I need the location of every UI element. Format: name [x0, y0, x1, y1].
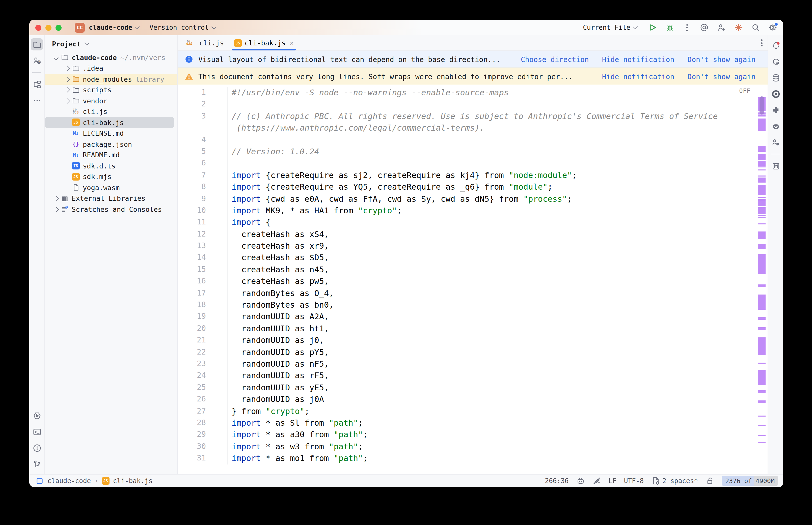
zoom-window-button[interactable]	[56, 25, 62, 31]
editor-scrollbar[interactable]	[758, 85, 766, 474]
tree-item--idea[interactable]: .idea	[45, 63, 177, 74]
tree-item-scratches-and-consoles[interactable]: Scratches and Consoles	[45, 204, 177, 214]
code-line-31[interactable]: 31import * as mo1 from "path";	[178, 452, 768, 464]
tool-notifications[interactable]	[770, 39, 782, 51]
indent-widget[interactable]: 2 spaces*	[651, 477, 698, 485]
chevron-right-icon[interactable]	[65, 88, 69, 92]
caret-position[interactable]: 266:36	[545, 477, 569, 485]
tree-item-yoga-wasm[interactable]: yoga.wasm	[45, 182, 177, 193]
close-window-button[interactable]	[35, 25, 41, 31]
project-panel-header[interactable]: Project	[45, 35, 177, 52]
tree-item-node-modules[interactable]: node_moduleslibrary	[45, 74, 177, 85]
code-line-17[interactable]: 17 randomBytes as O_4,	[178, 287, 768, 299]
tool-structure[interactable]	[31, 78, 43, 90]
tool-project[interactable]	[31, 38, 43, 50]
tool-problems[interactable]	[31, 442, 43, 454]
code-line-10[interactable]: 10import MK9, * as HA1 from "crypto";	[178, 205, 768, 216]
tool-code-review[interactable]	[770, 136, 782, 148]
code-line-24[interactable]: 24 randomUUID as rF5,	[178, 370, 768, 382]
tree-item-scripts[interactable]: scripts	[45, 85, 177, 95]
vcs-menu[interactable]: Version control	[149, 24, 215, 31]
code-line-1[interactable]: 1#!/usr/bin/env -S node --no-warnings --…	[178, 87, 768, 99]
tree-item-claude-code[interactable]: claude-code~/.nvm/vers	[45, 52, 177, 63]
lock-open-icon[interactable]	[706, 477, 714, 485]
code-line-4[interactable]: 4	[178, 134, 768, 146]
tool-pull-requests[interactable]: ?	[31, 55, 43, 66]
encoding-widget[interactable]: UTF-8	[624, 477, 644, 485]
tab-cli-js[interactable]: 100JS cli.js	[180, 35, 229, 50]
tool-x-plugin[interactable]	[770, 88, 782, 100]
tool-copilot[interactable]	[770, 120, 782, 132]
chevron-right-icon[interactable]	[54, 207, 58, 211]
tree-item-package-json[interactable]: {}package.json	[45, 139, 177, 150]
tool-m-plugin[interactable]	[770, 160, 782, 172]
tool-database[interactable]	[770, 72, 782, 84]
run-button[interactable]	[649, 23, 657, 32]
code-line-6[interactable]: 6	[178, 158, 768, 169]
code-with-me-button[interactable]	[717, 23, 726, 32]
close-tab-icon[interactable]: ×	[290, 39, 294, 47]
chevron-right-icon[interactable]	[65, 66, 69, 70]
code-line-27[interactable]: 27} from "crypto";	[178, 405, 768, 417]
dont-show-again-link[interactable]: Don't show again	[687, 72, 755, 80]
code-line-15[interactable]: 15 createHash as n45,	[178, 264, 768, 275]
code-line-19[interactable]: 19 randomUUID as A2A,	[178, 311, 768, 323]
minimize-window-button[interactable]	[45, 25, 51, 31]
tool-version-control[interactable]	[31, 458, 43, 470]
run-configuration-selector[interactable]: Current File	[583, 24, 636, 31]
code-line-16[interactable]: 16 createHash as pw5,	[178, 275, 768, 287]
tree-item-cli-js[interactable]: 100JScli.js	[45, 106, 177, 117]
tree-item-cli-bak-js[interactable]: JScli-bak.js	[45, 117, 177, 128]
tree-item-sdk-d-ts[interactable]: TSsdk.d.ts	[45, 160, 177, 171]
ai-assistant-button[interactable]	[734, 23, 743, 32]
chevron-right-icon[interactable]	[65, 77, 69, 81]
code-line-8[interactable]: 8import {createRequire as YQ5, createReq…	[178, 181, 768, 193]
code-line-wrap[interactable]: (https://www.anthropic.com/legal/commerc…	[178, 122, 768, 134]
code-line-2[interactable]: 2	[178, 99, 768, 110]
code-line-26[interactable]: 26 randomUUID as j0A	[178, 393, 768, 405]
code-line-13[interactable]: 13 createHash as xr9,	[178, 240, 768, 252]
code-line-20[interactable]: 20 randomUUID as ht1,	[178, 323, 768, 335]
code-line-11[interactable]: 11import {	[178, 216, 768, 228]
debug-button[interactable]	[666, 23, 674, 32]
tree-item-readme-md[interactable]: M↓README.md	[45, 150, 177, 160]
code-line-14[interactable]: 14 createHash as $D5,	[178, 252, 768, 264]
tree-item-external-libraries[interactable]: External Libraries	[45, 193, 177, 204]
tree-item-license-md[interactable]: M↓LICENSE.md	[45, 128, 177, 139]
more-actions-button[interactable]	[683, 23, 691, 32]
scrollbar-thumb[interactable]	[759, 96, 764, 115]
dont-show-again-link[interactable]: Don't show again	[687, 55, 755, 63]
code-line-25[interactable]: 25 randomUUID as yE5,	[178, 382, 768, 394]
hide-notification-link[interactable]: Hide notification	[602, 72, 675, 80]
hide-notification-link[interactable]: Hide notification	[602, 55, 675, 63]
code-line-29[interactable]: 29import * as a30 from "path";	[178, 429, 768, 441]
code-line-12[interactable]: 12 createHash as xS4,	[178, 228, 768, 240]
chevron-down-icon[interactable]	[54, 55, 58, 60]
tree-item-vendor[interactable]: vendor	[45, 95, 177, 106]
project-selector[interactable]: claude-code	[89, 24, 138, 31]
code-line-3[interactable]: 3// (c) Anthropic PBC. All rights reserv…	[178, 110, 768, 122]
breadcrumb-file[interactable]: cli-bak.js	[113, 477, 153, 485]
tab-options-icon[interactable]	[761, 39, 763, 46]
code-line-7[interactable]: 7import {createRequire as sj2, createReq…	[178, 169, 768, 181]
line-separator-widget[interactable]: LF	[609, 477, 617, 485]
tool-services[interactable]	[31, 409, 43, 422]
code-viewport[interactable]: 1#!/usr/bin/env -S node --no-warnings --…	[178, 85, 768, 474]
breadcrumb-project[interactable]: claude-code	[47, 477, 91, 485]
tab-cli-bak-js[interactable]: JS cli-bak.js ×	[229, 35, 299, 50]
chevron-right-icon[interactable]	[65, 98, 69, 103]
code-line-22[interactable]: 22 randomUUID as pY5,	[178, 346, 768, 358]
tool-ai-chat[interactable]	[770, 56, 782, 68]
tool-terminal[interactable]	[31, 426, 43, 438]
highlighting-off-icon[interactable]	[592, 477, 601, 485]
choose-direction-link[interactable]: Choose direction	[521, 55, 589, 63]
tree-item-sdk-mjs[interactable]: JSsdk.mjs	[45, 171, 177, 182]
settings-button[interactable]	[769, 23, 777, 32]
mentions-button[interactable]	[700, 23, 709, 32]
code-line-21[interactable]: 21 randomUUID as j0,	[178, 334, 768, 346]
code-line-9[interactable]: 9import {cwd as e0A, cwd as FfA, cwd as …	[178, 193, 768, 205]
tool-more[interactable]	[31, 94, 43, 106]
search-everywhere-button[interactable]	[751, 23, 760, 32]
tool-plugin[interactable]	[770, 104, 782, 116]
chevron-right-icon[interactable]	[54, 196, 58, 200]
